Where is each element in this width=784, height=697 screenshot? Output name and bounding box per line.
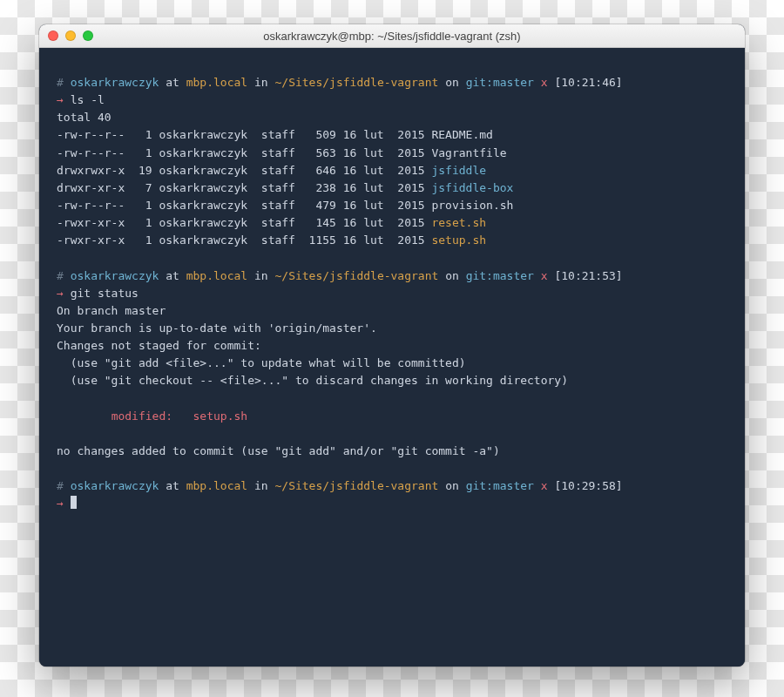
listing-row: -rw-r--r-- 1 oskarkrawczyk staff 509 16 … bbox=[57, 126, 727, 144]
terminal-window: oskarkrawczyk@mbp: ~/Sites/jsfiddle-vagr… bbox=[39, 24, 745, 667]
output-line: (use "git add <file>..." to update what … bbox=[57, 355, 727, 372]
listing-row: -rwxr-xr-x 1 oskarkrawczyk staff 145 16 … bbox=[57, 214, 727, 232]
output-line: Changes not staged for commit: bbox=[57, 337, 727, 355]
listing-row: -rw-r--r-- 1 oskarkrawczyk staff 563 16 … bbox=[57, 145, 727, 162]
cursor-icon bbox=[71, 496, 77, 509]
listing-row: drwxrwxr-x 19 oskarkrawczyk staff 646 16… bbox=[57, 162, 727, 179]
window-controls bbox=[48, 30, 93, 41]
output-line: Your branch is up-to-date with 'origin/m… bbox=[57, 320, 727, 337]
command-line: → ls -l bbox=[57, 91, 727, 109]
terminal-body[interactable]: # oskarkrawczyk at mbp.local in ~/Sites/… bbox=[39, 48, 745, 667]
output-line: On branch master bbox=[57, 302, 727, 320]
titlebar: oskarkrawczyk@mbp: ~/Sites/jsfiddle-vagr… bbox=[39, 24, 745, 48]
output-line: (use "git checkout -- <file>..." to disc… bbox=[57, 372, 727, 389]
listing-row: -rwxr-xr-x 1 oskarkrawczyk staff 1155 16… bbox=[57, 232, 727, 249]
output-line: no changes added to commit (use "git add… bbox=[57, 443, 727, 460]
window-title: oskarkrawczyk@mbp: ~/Sites/jsfiddle-vagr… bbox=[39, 30, 745, 43]
listing-row: -rw-r--r-- 1 oskarkrawczyk staff 479 16 … bbox=[57, 197, 727, 214]
prompt-line: # oskarkrawczyk at mbp.local in ~/Sites/… bbox=[57, 267, 727, 285]
prompt-line: # oskarkrawczyk at mbp.local in ~/Sites/… bbox=[57, 477, 727, 495]
close-icon[interactable] bbox=[48, 30, 58, 41]
minimize-icon[interactable] bbox=[65, 30, 76, 41]
command-line: → git status bbox=[57, 285, 727, 302]
zoom-icon[interactable] bbox=[83, 30, 93, 41]
modified-line: modified: setup.sh bbox=[57, 408, 727, 425]
command-line: → bbox=[57, 495, 727, 512]
prompt-line: # oskarkrawczyk at mbp.local in ~/Sites/… bbox=[57, 74, 727, 91]
output-line: total 40 bbox=[57, 109, 727, 126]
listing-row: drwxr-xr-x 7 oskarkrawczyk staff 238 16 … bbox=[57, 179, 727, 197]
